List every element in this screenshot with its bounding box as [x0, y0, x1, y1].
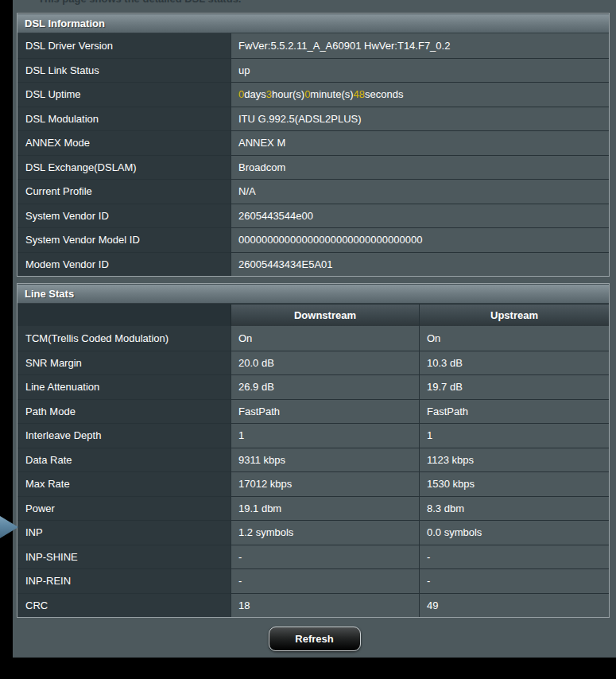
- dsl-information-rows: DSL Driver VersionFwVer:5.5.2.11_A_A6090…: [17, 33, 609, 276]
- row-label: TCM(Trellis Coded Modulation): [17, 326, 231, 351]
- line-stats-title: Line Stats: [17, 284, 609, 304]
- row-value-upstream: FastPath: [420, 400, 609, 424]
- row-value-upstream: On: [420, 326, 609, 351]
- uptime-text: hour(s): [272, 88, 304, 100]
- row-value: N/A: [231, 180, 609, 204]
- row-label: Line Attenuation: [17, 375, 231, 399]
- row-value-upstream: 8.3 dbm: [420, 497, 609, 521]
- row-value: Broadcom: [231, 156, 609, 180]
- dsl-information-title: DSL Information: [17, 14, 609, 33]
- row-label: INP: [17, 521, 231, 545]
- row-label: INP-REIN: [17, 569, 231, 593]
- page-description: This page shows the detailed DSL status.: [38, 0, 241, 5]
- row-value: up: [231, 59, 609, 83]
- row-value-downstream: FastPath: [231, 400, 420, 424]
- uptime-number: 0: [304, 88, 310, 100]
- row-value: 26005443434E5A01: [231, 253, 609, 277]
- row-value-downstream: 1: [231, 424, 420, 448]
- table-row: Power19.1 dbm8.3 dbm: [17, 496, 609, 521]
- row-value: 0 days 3 hour(s) 0 minute(s) 48 seconds: [231, 83, 609, 107]
- uptime-text: seconds: [365, 88, 403, 100]
- column-header-upstream: Upstream: [420, 305, 609, 326]
- table-row: DSL Exchange(DSLAM)Broadcom: [17, 155, 609, 180]
- row-value-downstream: 20.0 dB: [231, 351, 420, 375]
- row-label: ANNEX Mode: [17, 131, 231, 155]
- row-value-upstream: 19.7 dB: [420, 375, 609, 399]
- table-row: Current ProfileN/A: [17, 179, 609, 204]
- row-label: System Vendor ID: [17, 204, 231, 228]
- row-label: Modem Vendor ID: [17, 253, 231, 277]
- row-label: Current Profile: [17, 180, 231, 204]
- column-header-corner-cell: [17, 305, 231, 326]
- row-label: Path Mode: [17, 400, 231, 424]
- refresh-button[interactable]: Refresh: [269, 627, 361, 651]
- table-row: TCM(Trellis Coded Modulation)OnOn: [17, 326, 609, 351]
- row-label: System Vendor Model ID: [17, 228, 231, 252]
- table-row: Data Rate9311 kbps1123 kbps: [17, 448, 609, 472]
- row-value: 2605443544e00: [231, 204, 609, 228]
- row-value: FwVer:5.5.2.11_A_A60901 HwVer:T14.F7_0.2: [231, 33, 609, 58]
- row-label: DSL Modulation: [17, 107, 231, 131]
- table-row: Path ModeFastPathFastPath: [17, 399, 609, 424]
- row-value-downstream: On: [231, 326, 420, 351]
- row-value-downstream: 1.2 symbols: [231, 521, 420, 545]
- line-stats-table: Line Stats Downstream Upstream TCM(Trell…: [17, 283, 610, 618]
- row-value-downstream: -: [231, 569, 420, 593]
- dsl-information-table: DSL Information DSL Driver VersionFwVer:…: [17, 13, 610, 277]
- row-value-downstream: 26.9 dB: [231, 375, 420, 399]
- row-value-downstream: 9311 kbps: [231, 448, 420, 472]
- table-row: Max Rate17012 kbps1530 kbps: [17, 471, 609, 496]
- table-row: DSL Driver VersionFwVer:5.5.2.11_A_A6090…: [17, 33, 609, 58]
- table-row: ANNEX ModeANNEX M: [17, 130, 609, 155]
- row-value-downstream: 17012 kbps: [231, 472, 420, 496]
- row-label: DSL Driver Version: [17, 33, 231, 58]
- row-value-upstream: 0.0 symbols: [420, 521, 609, 545]
- row-label: CRC: [17, 594, 231, 618]
- row-value-downstream: -: [231, 545, 420, 569]
- row-label: SNR Margin: [17, 351, 231, 375]
- row-label: Max Rate: [17, 472, 231, 496]
- row-value: 00000000000000000000000000000000: [231, 228, 609, 252]
- row-label: Power: [17, 497, 231, 521]
- row-value: ITU G.992.5(ADSL2PLUS): [231, 107, 609, 131]
- row-label: DSL Uptime: [17, 83, 231, 107]
- column-header-downstream: Downstream: [231, 305, 420, 326]
- row-value-upstream: 1530 kbps: [420, 472, 609, 496]
- table-row: INP-SHINE--: [17, 545, 609, 569]
- table-row: Line Attenuation26.9 dB19.7 dB: [17, 374, 609, 399]
- row-value: ANNEX M: [231, 131, 609, 155]
- line-stats-rows: TCM(Trellis Coded Modulation)OnOnSNR Mar…: [17, 326, 609, 617]
- table-row: System Vendor Model ID000000000000000000…: [17, 227, 609, 252]
- row-value-upstream: -: [420, 545, 609, 569]
- table-row: DSL Uptime0 days 3 hour(s) 0 minute(s) 4…: [17, 82, 609, 107]
- row-value-upstream: -: [420, 569, 609, 593]
- table-row: CRC1849: [17, 593, 609, 618]
- row-label: Interleave Depth: [17, 424, 231, 448]
- table-row: SNR Margin20.0 dB10.3 dB: [17, 351, 609, 375]
- row-label: DSL Link Status: [17, 59, 231, 83]
- row-value-upstream: 1123 kbps: [420, 448, 609, 472]
- uptime-text: minute(s): [310, 88, 353, 100]
- row-label: Data Rate: [17, 448, 231, 472]
- uptime-number: 0: [238, 88, 244, 100]
- row-value-upstream: 49: [420, 594, 609, 618]
- table-row: Modem Vendor ID26005443434E5A01: [17, 252, 609, 277]
- row-value-upstream: 10.3 dB: [420, 351, 609, 375]
- table-row: DSL ModulationITU G.992.5(ADSL2PLUS): [17, 107, 609, 131]
- uptime-text: days: [244, 88, 265, 100]
- table-row: Interleave Depth11: [17, 423, 609, 448]
- row-label: DSL Exchange(DSLAM): [17, 156, 231, 180]
- table-row: DSL Link Statusup: [17, 58, 609, 83]
- uptime-number: 48: [354, 88, 365, 100]
- table-row: INP-REIN--: [17, 568, 609, 593]
- content-panel: This page shows the detailed DSL status.…: [13, 0, 616, 658]
- row-label: INP-SHINE: [17, 545, 231, 569]
- row-value-upstream: 1: [420, 424, 609, 448]
- row-value-downstream: 18: [231, 594, 420, 618]
- uptime-number: 3: [266, 88, 272, 100]
- table-row: System Vendor ID2605443544e00: [17, 204, 609, 228]
- table-row: INP1.2 symbols0.0 symbols: [17, 520, 609, 545]
- line-stats-column-header-row: Downstream Upstream: [17, 304, 609, 326]
- row-value-downstream: 19.1 dbm: [231, 497, 420, 521]
